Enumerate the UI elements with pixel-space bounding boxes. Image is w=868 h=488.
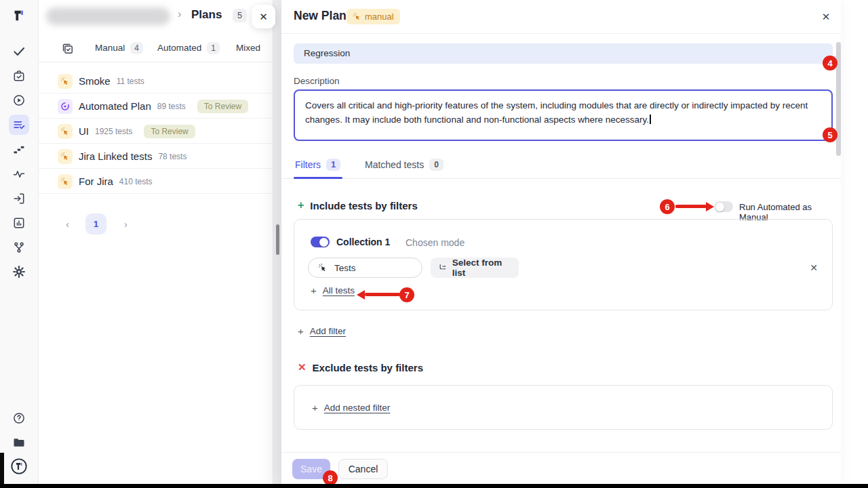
sidebar-item-plans-icon-active[interactable] (9, 115, 29, 135)
plus-icon: + (312, 402, 318, 413)
close-icon: ✕ (822, 11, 831, 23)
add-nested-filter-link[interactable]: + Add nested filter (312, 402, 390, 413)
drawer-header: New Plan manual ✕ (281, 0, 841, 34)
sidebar-item-settings-gear-icon[interactable] (9, 262, 29, 282)
plan-row-for-jira[interactable]: For Jira 410 tests (39, 169, 273, 194)
plans-count-badge: 5 (233, 9, 247, 22)
annotation-arrow-6-head-icon (706, 202, 714, 211)
manual-plan-icon (58, 74, 73, 89)
plan-row-automated-plan[interactable]: Automated Plan 89 tests To Review (39, 94, 273, 119)
filters-count-badge: 1 (326, 159, 340, 171)
exclude-tests-header[interactable]: ✕ Exclude tests by filters (298, 361, 423, 373)
annotation-circle-6: 6 (660, 199, 675, 214)
automated-plan-icon (58, 99, 73, 114)
plan-row-smoke[interactable]: Smoke 11 tests (39, 68, 273, 94)
plus-icon: + (298, 325, 304, 337)
screen-bottom-bar (0, 484, 868, 488)
sidebar-item-branches-icon[interactable] (9, 237, 29, 258)
pagination-page-1[interactable]: 1 (85, 214, 106, 235)
plus-icon: + (298, 199, 304, 211)
status-badge: To Review (197, 100, 248, 113)
drawer-title: New Plan (294, 9, 347, 23)
sidebar-item-milestones-icon[interactable] (9, 139, 29, 159)
plans-filter-tabs: Manual4 Automated1 Mixed (39, 39, 273, 62)
breadcrumb-chevron-icon: › (178, 8, 181, 20)
description-textarea[interactable]: Covers all critical and high-priority fe… (294, 89, 833, 141)
sidebar-item-analytics-icon[interactable] (9, 213, 29, 233)
cross-icon: ✕ (298, 361, 307, 373)
close-icon: ✕ (259, 11, 268, 23)
plan-row-jira-linked-tests[interactable]: Jira Linked tests 78 tests (39, 144, 273, 169)
cancel-button[interactable]: Cancel (338, 459, 388, 479)
drawer-tabs: Filters1 Matched tests0 (281, 157, 841, 179)
drawer-footer: Save Cancel (281, 452, 841, 488)
text-cursor (650, 115, 651, 124)
breadcrumb-plans-title: Plans (191, 8, 222, 22)
description-label: Description (294, 76, 340, 86)
pagination-prev-button[interactable]: ‹ (66, 218, 69, 230)
new-plan-drawer: New Plan manual ✕ Regression Description… (281, 0, 841, 488)
collection-filter-card: Collection 1 Chosen mode Tests Select fr… (294, 219, 833, 310)
sidebar-item-pulse-icon[interactable] (9, 164, 29, 184)
plans-panel-header: › Plans 5 ✕ (39, 0, 273, 33)
manual-plan-icon (58, 124, 73, 139)
annotation-arrow-6-shaft (675, 205, 707, 208)
sidebar-item-suites-icon[interactable] (9, 66, 29, 86)
plus-icon: + (311, 285, 317, 296)
select-from-list-button[interactable]: Select from list (431, 258, 519, 278)
manual-cursor-icon (318, 263, 328, 272)
app-screen: › Plans 5 ✕ Manual4 Automated1 Mixed Smo… (0, 0, 868, 488)
account-logo-icon[interactable] (9, 456, 29, 476)
tab-manual-count: 4 (130, 42, 143, 54)
pagination-next-button[interactable]: › (124, 218, 127, 230)
all-tests-link[interactable]: + All tests (311, 285, 355, 296)
tab-mixed[interactable]: Mixed (236, 43, 260, 53)
exclude-filter-card: + Add nested filter (294, 385, 833, 430)
screen-corner-artifact (0, 453, 4, 484)
status-badge: To Review (144, 125, 195, 138)
project-name-blurred[interactable] (46, 7, 170, 25)
tests-type-dropdown[interactable]: Tests (308, 258, 422, 278)
run-automated-as-manual-toggle[interactable] (714, 201, 733, 212)
add-filter-link[interactable]: + Add filter (298, 325, 346, 337)
help-icon[interactable] (9, 408, 29, 428)
annotation-circle-7: 7 (399, 287, 414, 302)
sidebar-item-import-icon[interactable] (9, 188, 29, 209)
drawer-scrollbar-thumb[interactable] (836, 42, 841, 156)
manual-plan-icon (58, 149, 73, 164)
plans-panel: › Plans 5 ✕ Manual4 Automated1 Mixed Smo… (39, 0, 273, 488)
annotation-circle-4: 4 (823, 56, 837, 70)
include-tests-header[interactable]: + Include tests by filters (298, 199, 418, 211)
annotation-arrow-7-shaft (365, 293, 400, 296)
annotation-circle-5: 5 (823, 127, 837, 142)
sidebar-item-ready-icon[interactable] (9, 41, 29, 62)
panel-close-button[interactable]: ✕ (252, 5, 275, 28)
app-logo-icon[interactable] (9, 5, 29, 26)
matched-count-badge: 0 (429, 159, 443, 171)
tab-automated[interactable]: Automated1 (157, 43, 220, 53)
duplicate-plans-icon[interactable] (61, 42, 74, 58)
sidebar-item-runs-icon[interactable] (9, 90, 29, 110)
tab-manual[interactable]: Manual4 (95, 43, 143, 53)
projects-folder-icon[interactable] (9, 432, 29, 453)
collection-mode-label: Chosen mode (406, 237, 465, 248)
annotation-arrow-7-head-icon (357, 290, 365, 300)
tab-automated-count: 1 (207, 42, 220, 54)
page-scrollbar-thumb[interactable] (276, 224, 279, 255)
collection-name: Collection 1 (336, 237, 390, 247)
manual-plan-icon (58, 174, 73, 189)
remove-filter-row-button[interactable]: ✕ (806, 260, 821, 275)
plan-row-ui[interactable]: UI 1925 tests To Review (39, 119, 273, 144)
icon-sidebar (0, 0, 39, 488)
close-icon: ✕ (810, 262, 818, 273)
plan-type-badge: manual (347, 9, 400, 24)
pagination: ‹ 1 › (39, 213, 273, 236)
annotation-circle-8: 8 (323, 470, 338, 485)
tab-filters[interactable]: Filters1 (295, 159, 340, 171)
manual-cursor-icon (353, 12, 361, 21)
plan-title-input[interactable]: Regression (294, 43, 833, 64)
hierarchy-list-icon (438, 263, 447, 272)
collection-enabled-toggle[interactable] (311, 237, 330, 247)
drawer-close-button[interactable]: ✕ (818, 9, 834, 25)
tab-matched-tests[interactable]: Matched tests0 (365, 159, 443, 171)
